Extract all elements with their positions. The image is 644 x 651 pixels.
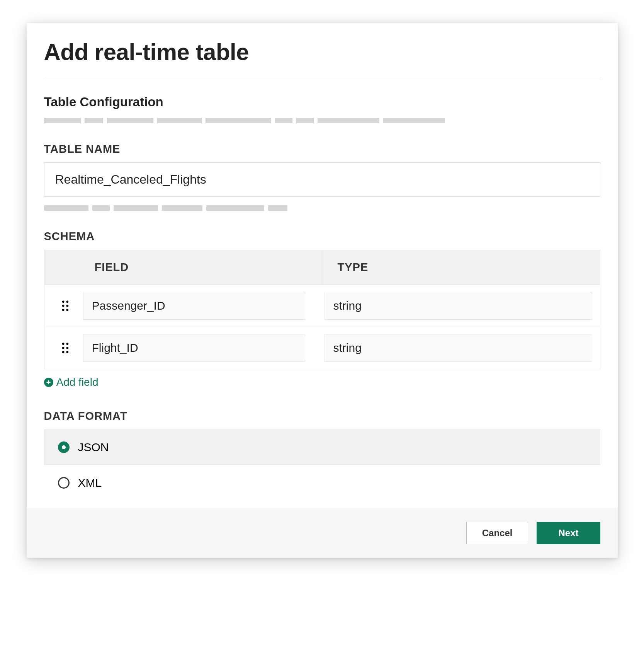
dialog-body: Add real-time table Table Configuration …: [27, 23, 618, 501]
add-real-time-table-dialog: Add real-time table Table Configuration …: [27, 23, 618, 558]
divider: [44, 79, 600, 79]
radio-label: XML: [78, 476, 102, 489]
radio-selected-icon: [58, 441, 70, 453]
svg-point-10: [62, 351, 64, 353]
svg-point-0: [62, 300, 64, 303]
schema-type-input[interactable]: [325, 334, 592, 362]
add-field-label: Add field: [56, 376, 99, 389]
data-format-label: DATA FORMAT: [44, 410, 600, 423]
schema-table: FIELD TYPE: [44, 250, 600, 369]
plus-circle-icon: +: [44, 378, 53, 387]
schema-column-field: FIELD: [44, 250, 322, 285]
dialog-title: Add real-time table: [44, 39, 600, 65]
table-name-input[interactable]: [44, 162, 600, 197]
data-format-option-xml[interactable]: XML: [44, 465, 600, 501]
svg-point-6: [62, 343, 64, 345]
svg-point-1: [66, 300, 68, 303]
schema-column-type: TYPE: [322, 250, 600, 285]
svg-point-3: [66, 305, 68, 307]
radio-label: JSON: [78, 441, 109, 454]
next-button[interactable]: Next: [537, 522, 600, 544]
svg-point-4: [62, 309, 64, 311]
svg-point-11: [66, 351, 68, 353]
svg-point-7: [66, 343, 68, 345]
schema-field-input[interactable]: [83, 292, 305, 320]
svg-point-8: [62, 347, 64, 349]
schema-row: [44, 327, 600, 369]
radio-unselected-icon: [58, 477, 70, 489]
table-name-hint-placeholder: [44, 205, 600, 211]
table-name-label: TABLE NAME: [44, 143, 600, 155]
drag-handle-icon[interactable]: [59, 342, 71, 354]
svg-point-9: [66, 347, 68, 349]
svg-point-5: [66, 309, 68, 311]
schema-field-input[interactable]: [83, 334, 305, 362]
drag-handle-icon[interactable]: [59, 300, 71, 312]
schema-label: SCHEMA: [44, 230, 600, 243]
data-format-radio-group: JSON XML: [44, 429, 600, 501]
svg-point-2: [62, 305, 64, 307]
schema-table-header: FIELD TYPE: [44, 250, 600, 285]
add-field-button[interactable]: + Add field: [44, 376, 99, 389]
table-configuration-heading: Table Configuration: [44, 95, 600, 109]
schema-type-input[interactable]: [325, 292, 592, 320]
data-format-option-json[interactable]: JSON: [44, 429, 600, 465]
cancel-button[interactable]: Cancel: [466, 522, 528, 544]
table-configuration-description-placeholder: [44, 118, 600, 123]
dialog-footer: Cancel Next: [27, 508, 618, 558]
schema-row: [44, 285, 600, 327]
